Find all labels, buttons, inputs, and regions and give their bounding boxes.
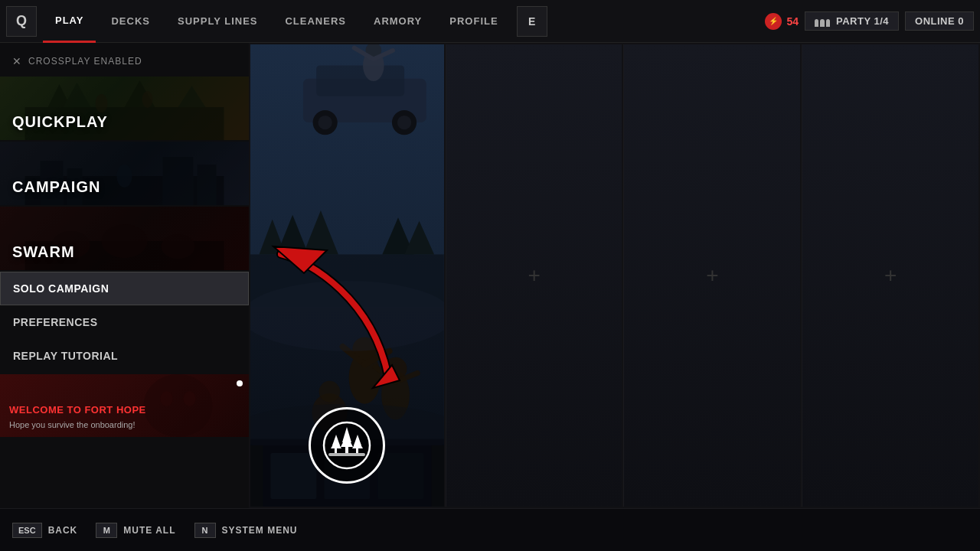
news-dot <box>237 380 243 386</box>
online-display: ONLINE 0 <box>905 11 974 31</box>
svg-point-47 <box>319 381 341 403</box>
svg-rect-66 <box>377 453 423 499</box>
nav-logo[interactable]: Q <box>6 6 37 37</box>
nav-item-profile[interactable]: PROFILE <box>437 0 510 43</box>
add-player-icon-4[interactable]: + <box>884 263 897 288</box>
player-slot-main[interactable] <box>250 44 444 507</box>
svg-rect-64 <box>270 453 316 499</box>
svg-marker-4 <box>178 86 206 107</box>
nav-item-armory[interactable]: ARMORY <box>361 0 434 43</box>
player-slot-2[interactable]: + <box>446 44 622 507</box>
svg-marker-2 <box>64 83 91 107</box>
content-area: + + + <box>249 43 980 508</box>
n-key: N <box>194 523 216 538</box>
system-menu-button[interactable]: N SYSTEM MENU <box>194 523 298 538</box>
svg-point-5 <box>96 94 108 112</box>
nav-item-decks[interactable]: DECKS <box>99 0 162 43</box>
back-button[interactable]: ESC BACK <box>12 523 77 538</box>
nav-item-supply-lines[interactable]: SUPPLY LINES <box>165 0 270 43</box>
bottom-bar: ESC BACK M MUTE ALL N SYSTEM MENU <box>0 508 980 551</box>
currency-display: ⚡ 54 <box>765 13 799 30</box>
mode-card-swarm[interactable]: SWARM <box>0 207 249 270</box>
scene-painting <box>250 44 444 507</box>
crossplay-bar: ✕ CROSSPLAY ENABLED <box>0 55 249 67</box>
svg-rect-62 <box>328 453 365 456</box>
nav-item-play[interactable]: PLAY <box>43 0 96 43</box>
swarm-label: SWARM <box>12 243 75 261</box>
mute-all-label: MUTE ALL <box>123 525 175 536</box>
svg-point-6 <box>142 91 153 108</box>
svg-point-12 <box>117 165 132 187</box>
add-player-icon-3[interactable]: + <box>706 263 718 288</box>
menu-replay-tutorial[interactable]: REPLAY TUTORIAL <box>0 339 249 373</box>
slot-2-interior: + <box>446 44 622 507</box>
player-slot-3[interactable]: + <box>623 44 800 507</box>
player-slot-4[interactable]: + <box>802 44 978 507</box>
campaign-label: CAMPAIGN <box>12 178 100 196</box>
svg-point-32 <box>318 116 332 129</box>
system-menu-label: SYSTEM MENU <box>222 525 298 536</box>
main-content: ✕ CROSSPLAY ENABLED QUICKPLAY <box>0 43 980 508</box>
mode-card-campaign[interactable]: CAMPAIGN <box>0 142 249 205</box>
sidebar: ✕ CROSSPLAY ENABLED QUICKPLAY <box>0 43 249 508</box>
svg-rect-11 <box>198 165 217 205</box>
currency-icon: ⚡ <box>765 13 782 30</box>
nav-item-cleaners[interactable]: CLEANERS <box>273 0 358 43</box>
menu-solo-campaign[interactable]: SOLO CAMPAIGN <box>0 272 249 305</box>
svg-point-16 <box>162 234 195 259</box>
svg-point-17 <box>144 374 213 437</box>
add-player-icon-2[interactable]: + <box>528 263 540 288</box>
slot-4-interior: + <box>802 44 978 507</box>
svg-point-15 <box>102 224 148 258</box>
svg-rect-61 <box>356 448 358 453</box>
top-navigation: Q PLAY DECKS SUPPLY LINES CLEANERS ARMOR… <box>0 0 980 43</box>
party-display[interactable]: PARTY 1/4 <box>805 11 899 31</box>
menu-preferences[interactable]: PREFERENCES <box>0 305 249 339</box>
party-icon <box>815 16 830 27</box>
tree-icon <box>322 421 371 470</box>
back-label: BACK <box>48 525 78 536</box>
svg-point-19 <box>184 391 196 406</box>
svg-point-18 <box>161 391 173 406</box>
nav-icon-e[interactable]: E <box>517 6 547 37</box>
mode-card-quickplay[interactable]: QUICKPLAY <box>0 77 249 140</box>
crossplay-icon: ✕ <box>12 55 22 67</box>
svg-rect-29 <box>316 65 404 96</box>
svg-point-49 <box>250 281 444 351</box>
svg-rect-10 <box>163 157 194 205</box>
news-card[interactable]: WELCOME TO FORT HOPE Hope you survive th… <box>0 374 249 437</box>
quickplay-label: QUICKPLAY <box>12 113 108 131</box>
news-subtitle: Hope you survive the onboarding! <box>9 420 136 429</box>
news-title: WELCOME TO FORT HOPE <box>9 404 146 416</box>
mute-all-button[interactable]: M MUTE ALL <box>96 523 175 538</box>
svg-rect-55 <box>345 447 348 453</box>
svg-rect-58 <box>335 448 337 453</box>
m-key: M <box>96 523 117 538</box>
nav-right: ⚡ 54 PARTY 1/4 ONLINE 0 <box>765 11 974 31</box>
esc-key: ESC <box>12 523 42 538</box>
svg-point-33 <box>397 116 411 129</box>
player-character-icon[interactable] <box>309 407 385 484</box>
slot-3-interior: + <box>624 44 800 507</box>
